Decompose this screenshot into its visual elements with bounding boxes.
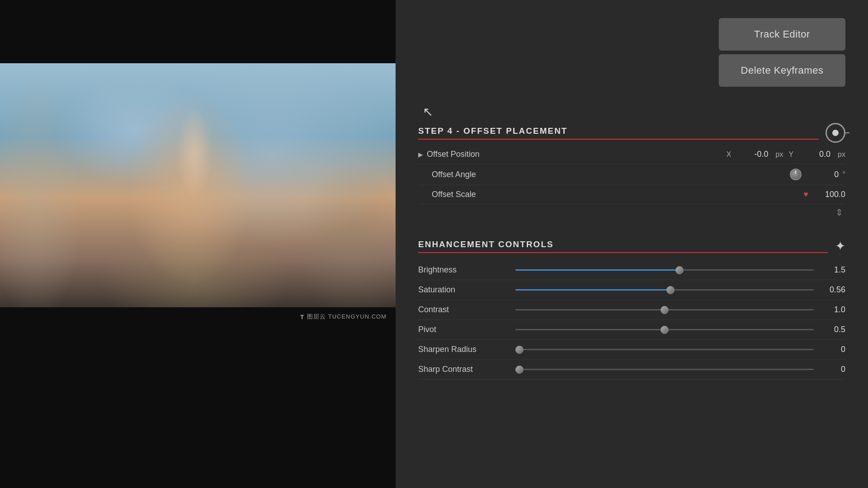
brightness-fill [515,269,679,271]
target-icon [826,123,845,143]
right-panel: Track Editor Delete Keyframes ↖ STEP 4 -… [396,0,868,488]
dial-indicator [795,170,797,174]
cursor-icon: ↖ [423,104,433,119]
saturation-slider[interactable] [515,289,814,291]
offset-x-value[interactable]: -0.0 [737,150,769,159]
pivot-thumb[interactable] [660,326,669,334]
offset-y-value[interactable]: 0.0 [799,150,830,159]
offset-scale-heart-icon[interactable]: ♥ [803,190,808,199]
offset-x-unit: px [776,150,783,159]
cursor-area: ↖ [418,100,845,123]
offset-angle-value[interactable]: 0 [807,170,839,179]
offset-placement-section: STEP 4 - OFFSET PLACEMENT ▶ Offset Posit… [418,123,845,221]
contrast-slider[interactable] [515,309,814,310]
image-preview-area: T 图层云 TUCENGYUN.COM [0,0,396,488]
offset-position-xy: X -0.0 px Y 0.0 px [726,150,845,159]
offset-header-row: STEP 4 - OFFSET PLACEMENT [418,123,845,143]
offset-scale-row: Offset Scale ♥ 100.0 [418,185,845,204]
portrait-photo [0,63,396,307]
contrast-label: Contrast [418,305,509,314]
saturation-value[interactable]: 0.56 [821,285,845,295]
pivot-label: Pivot [418,325,509,334]
pivot-fill [515,329,665,330]
offset-angle-label: Offset Angle [432,170,790,179]
pivot-slider-bg [515,329,814,330]
contrast-value[interactable]: 1.0 [821,305,845,314]
sparkle-icon: ✦ [835,239,845,253]
track-editor-button[interactable]: Track Editor [719,18,845,51]
target-inner [832,130,839,136]
offset-position-row: ▶ Offset Position X -0.0 px Y 0.0 px [418,145,845,164]
portrait-detail [0,63,396,307]
sharp-contrast-thumb[interactable] [515,366,524,374]
contrast-row: Contrast 1.0 [418,300,845,320]
brightness-thumb[interactable] [675,266,684,274]
enhancement-title: ENHANCEMENT CONTROLS [418,239,828,253]
sharpen-radius-slider[interactable] [515,349,814,350]
sharp-contrast-row: Sharp Contrast 0 [418,360,845,380]
watermark-text: 图层云 TUCENGYUN.COM [307,313,387,321]
sharp-contrast-value[interactable]: 0 [821,365,845,374]
contrast-thumb[interactable] [660,306,669,314]
portrait-container [0,63,396,307]
contrast-fill [515,309,665,310]
sharpen-radius-label: Sharpen Radius [418,345,509,354]
x-axis-label: X [726,150,731,159]
saturation-row: Saturation 0.56 [418,280,845,300]
enhancement-header: ENHANCEMENT CONTROLS ✦ [418,239,845,253]
saturation-label: Saturation [418,285,509,295]
offset-scale-value[interactable]: 100.0 [814,190,845,199]
sharpen-radius-slider-bg [515,349,814,350]
delete-keyframes-button[interactable]: Delete Keyframes [719,54,845,87]
watermark: T 图层云 TUCENGYUN.COM [300,313,387,321]
watermark-symbol: T [300,314,304,320]
brightness-slider-bg [515,269,814,271]
saturation-slider-bg [515,289,814,291]
offset-angle-unit: ° [840,170,845,178]
offset-position-label: Offset Position [427,150,726,159]
sharpen-radius-value[interactable]: 0 [821,345,845,354]
brightness-label: Brightness [418,265,509,275]
sharpen-radius-thumb[interactable] [515,346,524,354]
sharp-contrast-label: Sharp Contrast [418,365,509,374]
brightness-row: Brightness 1.5 [418,260,845,280]
offset-angle-row: Offset Angle 0 ° [418,164,845,185]
pivot-row: Pivot 0.5 [418,320,845,340]
offset-scale-label: Offset Scale [432,190,803,199]
pivot-slider[interactable] [515,329,814,330]
brightness-value[interactable]: 1.5 [821,265,845,275]
enhancement-controls-section: ENHANCEMENT CONTROLS ✦ Brightness 1.5 Sa… [418,239,845,380]
sharp-contrast-slider[interactable] [515,369,814,370]
saturation-fill [515,289,670,291]
y-axis-label: Y [788,150,793,159]
offset-y-unit: px [838,150,845,159]
sharp-contrast-slider-bg [515,369,814,370]
target-line [844,132,849,133]
expand-collapse-icon[interactable]: ⇕ [835,207,843,218]
offset-angle-dial[interactable] [790,169,802,180]
buttons-row: Track Editor Delete Keyframes [418,18,845,87]
offset-position-arrow[interactable]: ▶ [418,151,423,158]
brightness-slider[interactable] [515,269,814,271]
offset-placement-title: STEP 4 - OFFSET PLACEMENT [418,126,819,140]
saturation-thumb[interactable] [666,286,675,294]
expand-row: ⇕ [418,204,845,221]
sharpen-radius-row: Sharpen Radius 0 [418,340,845,360]
contrast-slider-bg [515,309,814,310]
pivot-value[interactable]: 0.5 [821,325,845,334]
